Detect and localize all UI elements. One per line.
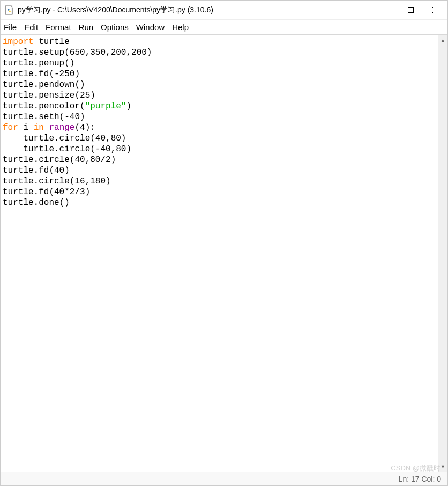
window-title: py学习.py - C:\Users\V4200\Documents\py学习.… [18,5,374,15]
code-text: turtle.pencolor( [3,101,85,111]
menu-file[interactable]: File [4,23,17,32]
code-line: turtle.fd(40) [3,166,70,175]
code-line: turtle.fd(-250) [3,69,80,79]
statusbar: Ln: 17 Col: 0 [1,472,447,485]
svg-point-2 [9,10,11,12]
maximize-button[interactable] [398,1,423,19]
text-cursor [3,210,3,218]
minimize-button[interactable] [374,1,398,19]
titlebar: py学习.py - C:\Users\V4200\Documents\py学习.… [1,1,447,20]
svg-rect-4 [408,8,413,13]
code-line: turtle.circle(-40,80) [3,144,131,154]
code-line: turtle.done() [3,198,70,208]
code-line: turtle.circle(40,80) [3,134,126,143]
menu-format[interactable]: Format [46,23,71,32]
keyword-for: for [3,123,18,132]
code-text: (4): [74,123,95,132]
code-line: turtle.circle(40,80/2) [3,155,116,165]
vertical-scrollbar[interactable]: ▲ ▼ [438,35,447,472]
svg-point-1 [8,9,10,11]
code-text [44,123,49,132]
menu-run[interactable]: Run [79,23,94,32]
close-button[interactable] [423,1,447,19]
code-line: turtle.seth(-40) [3,112,85,122]
menu-edit[interactable]: Edit [24,23,38,32]
code-text: ) [126,101,131,111]
scroll-down-arrow[interactable]: ▼ [438,462,447,472]
editor-area: import turtle turtle.setup(650,350,200,2… [1,35,447,472]
code-text: turtle [34,37,70,47]
code-line: turtle.pensize(25) [3,91,95,100]
menu-window[interactable]: Window [136,23,165,32]
code-line: turtle.pendown() [3,80,85,90]
code-line: turtle.fd(40*2/3) [3,187,90,197]
keyword-in: in [34,123,44,132]
code-line: turtle.circle(16,180) [3,176,111,186]
code-line: turtle.penup() [3,58,74,68]
cursor-position: Ln: 17 Col: 0 [399,475,441,483]
string-literal: "purple" [85,101,126,111]
menu-options[interactable]: Options [101,23,129,32]
menu-help[interactable]: Help [172,23,189,32]
code-line: turtle.setup(650,350,200,200) [3,48,152,57]
menubar: File Edit Format Run Options Window Help [1,20,447,35]
code-editor[interactable]: import turtle turtle.setup(650,350,200,2… [1,35,438,472]
scroll-up-arrow[interactable]: ▲ [438,35,447,45]
python-file-icon [5,5,14,15]
builtin-range: range [49,123,74,132]
keyword-import: import [3,37,34,47]
window-controls [374,1,447,19]
code-text: i [18,123,34,132]
